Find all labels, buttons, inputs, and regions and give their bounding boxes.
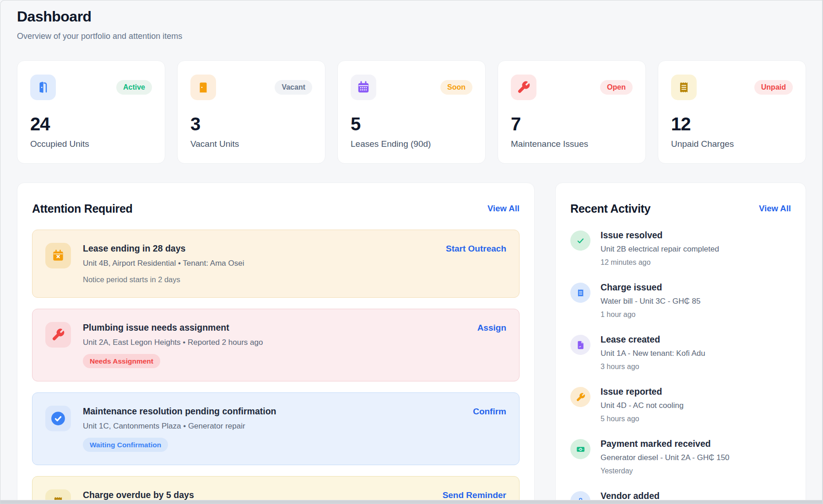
attention-item-plumbing-issue: Plumbing issue needs assignment Unit 2A,… — [32, 309, 520, 381]
confirm-button[interactable]: Confirm — [473, 406, 506, 452]
stat-value: 12 — [671, 114, 793, 134]
stat-card-vacant-units[interactable]: Vacant 3 Vacant Units — [177, 60, 325, 164]
panels-row: Attention Required View All Lease ending… — [17, 182, 806, 504]
status-badge: Open — [600, 80, 633, 95]
activity-item-issue-resolved: Issue resolved Unit 2B electrical repair… — [570, 230, 791, 267]
stat-label: Occupied Units — [30, 139, 152, 149]
activity-panel-title: Recent Activity — [570, 201, 650, 216]
calendar-icon — [351, 75, 376, 100]
attention-item-title: Lease ending in 28 days — [83, 243, 434, 254]
check-icon — [570, 231, 590, 251]
attention-item-title: Plumbing issue needs assignment — [83, 322, 466, 333]
status-badge: Active — [116, 80, 152, 95]
stat-value: 5 — [351, 114, 472, 134]
attention-item-title: Maintenance resolution pending confirmat… — [83, 406, 461, 417]
stat-label: Maintenance Issues — [511, 139, 633, 149]
wrench-icon — [511, 75, 536, 100]
activity-view-all-link[interactable]: View All — [759, 204, 791, 214]
file-icon — [570, 335, 590, 355]
activity-item-charge-issued: Charge issued Water bill - Unit 3C - GH₵… — [570, 282, 791, 319]
stat-card-leases-ending[interactable]: Soon 5 Leases Ending (90d) — [337, 60, 486, 164]
activity-desc: Unit 1A - New tenant: Kofi Adu — [601, 349, 705, 359]
dashboard-page: Dashboard Overview of your portfolio and… — [0, 0, 823, 504]
status-badge: Unpaid — [754, 80, 793, 95]
wrench-icon — [570, 387, 590, 407]
needs-assignment-badge: Needs Assignment — [83, 354, 160, 368]
activity-desc: Water bill - Unit 3C - GH₵ 85 — [601, 296, 701, 306]
recent-activity-panel: Recent Activity View All Issue resolved … — [555, 182, 806, 504]
activity-time: 3 hours ago — [601, 362, 705, 371]
attention-view-all-link[interactable]: View All — [487, 204, 520, 214]
stat-value: 3 — [190, 114, 312, 134]
activity-title: Charge issued — [601, 282, 701, 293]
stat-label: Leases Ending (90d) — [351, 139, 472, 149]
calendar-x-icon — [45, 243, 71, 268]
waiting-confirmation-badge: Waiting Confirmation — [83, 438, 168, 452]
activity-title: Issue resolved — [601, 230, 719, 241]
activity-item-issue-reported: Issue reported Unit 4D - AC not cooling … — [570, 386, 791, 424]
activity-desc: Unit 2B electrical repair completed — [601, 244, 719, 254]
attention-item-subtitle: Unit 1C, Cantonments Plaza • Generator r… — [83, 421, 461, 431]
activity-time: 1 hour ago — [601, 310, 701, 319]
activity-desc: Unit 4D - AC not cooling — [601, 401, 683, 411]
stats-row: Active 24 Occupied Units Vacant 3 Vacant… — [17, 60, 806, 164]
banknote-icon — [570, 439, 590, 459]
door-open-icon — [30, 75, 56, 100]
status-badge: Vacant — [275, 80, 312, 95]
activity-title: Issue reported — [601, 386, 683, 397]
activity-desc: Generator diesel - Unit 2A - GH₵ 150 — [601, 453, 730, 463]
activity-time: 12 minutes ago — [601, 257, 719, 267]
status-badge: Soon — [440, 80, 472, 95]
stat-card-unpaid-charges[interactable]: Unpaid 12 Unpaid Charges — [658, 60, 806, 164]
stat-value: 7 — [511, 114, 633, 134]
activity-time: 5 hours ago — [601, 414, 683, 424]
stat-label: Unpaid Charges — [671, 139, 793, 149]
stat-value: 24 — [30, 114, 152, 134]
attention-item-title: Charge overdue by 5 days — [83, 489, 431, 501]
attention-panel-title: Attention Required — [32, 201, 133, 216]
wrench-icon — [45, 322, 71, 348]
attention-item-subtitle: Unit 4B, Airport Residential • Tenant: A… — [83, 258, 434, 268]
activity-title: Payment marked received — [601, 438, 730, 449]
activity-item-lease-created: Lease created Unit 1A - New tenant: Kofi… — [570, 334, 791, 371]
activity-item-payment-received: Payment marked received Generator diesel… — [570, 438, 791, 476]
attention-required-panel: Attention Required View All Lease ending… — [17, 182, 535, 504]
check-circle-icon — [45, 406, 71, 431]
attention-item-subtitle: Unit 2A, East Legon Heights • Reported 2… — [83, 338, 466, 348]
receipt-icon — [570, 283, 590, 303]
page-subtitle: Overview of your portfolio and attention… — [17, 32, 806, 41]
attention-item-lease-ending: Lease ending in 28 days Unit 4B, Airport… — [32, 230, 520, 298]
receipt-icon — [671, 75, 697, 100]
stat-card-occupied-units[interactable]: Active 24 Occupied Units — [17, 60, 165, 164]
assign-button[interactable]: Assign — [477, 322, 506, 368]
attention-item-maintenance-confirmation: Maintenance resolution pending confirmat… — [32, 392, 520, 465]
horizontal-scrollbar[interactable] — [0, 500, 823, 504]
stat-label: Vacant Units — [190, 139, 312, 149]
page-header: Dashboard Overview of your portfolio and… — [17, 8, 806, 41]
stat-card-maintenance-issues[interactable]: Open 7 Maintenance Issues — [498, 60, 646, 164]
page-title: Dashboard — [17, 8, 806, 25]
attention-item-note: Notice period starts in 2 days — [83, 275, 434, 284]
activity-time: Yesterday — [601, 466, 730, 476]
activity-title: Lease created — [601, 334, 705, 345]
start-outreach-button[interactable]: Start Outreach — [446, 243, 506, 284]
door-closed-icon — [190, 75, 216, 100]
